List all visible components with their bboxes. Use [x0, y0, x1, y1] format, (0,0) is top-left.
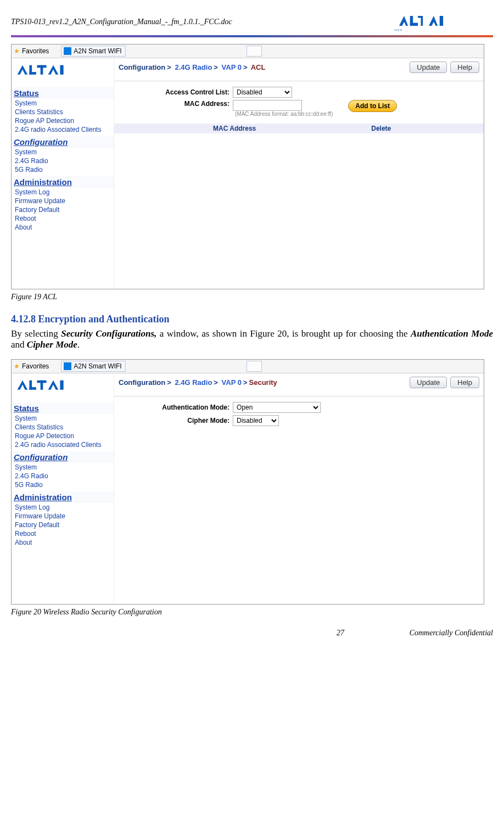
svg-rect-2 [410, 23, 418, 26]
sidebar-item-factory-default[interactable]: Factory Default [12, 521, 114, 529]
doc-title: TPS10-013_rev1.2_A2N_Configuration_Manua… [11, 18, 232, 26]
favorites-label: Favorites [22, 47, 49, 55]
sidebar-logo-icon [12, 58, 114, 85]
browser-favorites-bar: ★ Favorites A2N Smart WIFI [12, 44, 484, 58]
sidebar-item-system-log[interactable]: System Log [12, 188, 114, 197]
tab-empty-icon[interactable] [247, 46, 262, 57]
acl-label: Access Control List: [114, 88, 233, 96]
crumb-vap0[interactable]: VAP 0 [222, 378, 242, 387]
section-body: By selecting Security Configurations, a … [11, 328, 493, 350]
browser-favorites-bar: ★ Favorites A2N Smart WIFI [12, 360, 484, 373]
sidebar-item-config-system[interactable]: System [12, 148, 114, 156]
tab-empty-icon[interactable] [247, 361, 262, 372]
svg-marker-14 [18, 381, 28, 390]
svg-rect-9 [29, 72, 36, 75]
svg-rect-5 [440, 16, 443, 26]
sidebar-item-about[interactable]: About [12, 538, 114, 547]
sidebar-item-system[interactable]: System [12, 99, 114, 108]
star-icon: ★ [14, 47, 20, 55]
sidebar-item-reboot[interactable]: Reboot [12, 529, 114, 538]
crumb-configuration[interactable]: Configuration [119, 378, 165, 387]
mac-address-input[interactable] [233, 100, 302, 111]
sidebar-item-5g-radio[interactable]: 5G Radio [12, 480, 114, 489]
svg-rect-20 [60, 381, 63, 390]
svg-marker-12 [48, 65, 59, 75]
svg-marker-3 [418, 16, 428, 26]
sidebar-heading-administration: Administration [12, 491, 114, 503]
svg-marker-0 [399, 16, 408, 26]
sidebar-item-rogue-ap[interactable]: Rogue AP Detection [12, 116, 114, 125]
auth-mode-select[interactable]: Open [233, 402, 321, 413]
svg-rect-16 [29, 387, 36, 390]
sidebar-item-config-system[interactable]: System [12, 463, 114, 472]
help-button[interactable]: Help [450, 377, 479, 388]
star-icon: ★ [14, 362, 20, 370]
crumb-security: Security [249, 378, 277, 387]
sidebar-item-factory-default[interactable]: Factory Default [12, 205, 114, 214]
tab-app-icon [64, 47, 71, 55]
sidebar-heading-administration: Administration [12, 176, 114, 188]
page-header: TPS10-013_rev1.2_A2N_Configuration_Manua… [11, 11, 493, 37]
browser-tab[interactable]: A2N Smart WIFI [61, 361, 125, 372]
sidebar-item-24g-clients[interactable]: 2.4G radio Associated Clients [12, 125, 114, 134]
svg-marker-19 [48, 381, 59, 390]
confidentiality-label: Commercially Confidential [410, 629, 493, 637]
section-heading: 4.12.8 Encryption and Authentication [11, 314, 493, 325]
svg-rect-13 [60, 65, 63, 75]
sidebar: Status System Clients Statistics Rogue A… [12, 58, 114, 289]
tab-title: A2N Smart WIFI [74, 362, 121, 370]
mac-label: MAC Address: [114, 100, 233, 108]
sidebar-heading-status: Status [12, 402, 114, 414]
sidebar-item-clients-statistics[interactable]: Clients Statistics [12, 108, 114, 116]
figure-19-screenshot: ★ Favorites A2N Smart WIFI Status System [11, 44, 484, 289]
sidebar-item-firmware-update[interactable]: Firmware Update [12, 512, 114, 521]
svg-text:ALTAI: ALTAI [394, 29, 402, 31]
sidebar-item-system[interactable]: System [12, 414, 114, 423]
svg-rect-11 [41, 65, 43, 75]
svg-marker-4 [429, 16, 438, 26]
mac-table-header: MAC Address Delete [114, 124, 484, 133]
sidebar-item-rogue-ap[interactable]: Rogue AP Detection [12, 432, 114, 440]
crumb-configuration[interactable]: Configuration [119, 63, 165, 71]
col-mac-address: MAC Address [213, 125, 256, 132]
update-button[interactable]: Update [410, 377, 447, 388]
tab-app-icon [64, 362, 71, 370]
sidebar-item-24g-clients[interactable]: 2.4G radio Associated Clients [12, 440, 114, 449]
crumb-24g-radio[interactable]: 2.4G Radio [175, 63, 212, 71]
favorites-label: Favorites [22, 362, 49, 370]
cipher-mode-label: Cipher Mode: [114, 417, 233, 424]
svg-rect-18 [41, 381, 43, 390]
sidebar-heading-status: Status [12, 87, 114, 99]
crumb-24g-radio[interactable]: 2.4G Radio [175, 378, 212, 387]
figure-20-caption: Figure 20 Wireless Radio Security Config… [11, 608, 493, 617]
figure-19-caption: Figure 19 ACL [11, 293, 493, 301]
breadcrumb: Configuration> 2.4G Radio> VAP 0>Securit… [119, 378, 277, 387]
crumb-vap0[interactable]: VAP 0 [222, 63, 242, 71]
col-delete: Delete [371, 125, 391, 132]
altai-logo-icon: ALTAI [394, 11, 493, 33]
help-button[interactable]: Help [450, 61, 479, 73]
update-button[interactable]: Update [410, 61, 447, 73]
sidebar-item-clients-statistics[interactable]: Clients Statistics [12, 423, 114, 432]
auth-mode-label: Authentication Mode: [114, 404, 233, 411]
crumb-acl: ACL [251, 63, 266, 71]
mac-hint: (MAC Address format: aa:bb:cc:dd:ee:ff) [235, 111, 333, 117]
sidebar-item-24g-radio[interactable]: 2.4G Radio [12, 472, 114, 480]
sidebar-item-firmware-update[interactable]: Firmware Update [12, 197, 114, 205]
sidebar-item-24g-radio[interactable]: 2.4G Radio [12, 156, 114, 165]
sidebar-item-5g-radio[interactable]: 5G Radio [12, 165, 114, 174]
sidebar-heading-configuration: Configuration [12, 136, 114, 148]
browser-tab[interactable]: A2N Smart WIFI [61, 46, 125, 57]
sidebar-logo-icon [12, 373, 114, 400]
acl-select[interactable]: Disabled [233, 87, 292, 98]
tab-title: A2N Smart WIFI [74, 47, 121, 55]
add-to-list-button[interactable]: Add to List [348, 100, 397, 112]
sidebar-item-reboot[interactable]: Reboot [12, 214, 114, 223]
cipher-mode-select[interactable]: Disabled [233, 415, 279, 426]
svg-marker-7 [18, 65, 28, 75]
sidebar-item-about[interactable]: About [12, 223, 114, 232]
breadcrumb: Configuration> 2.4G Radio> VAP 0> ACL [119, 63, 265, 71]
figure-20-screenshot: ★ Favorites A2N Smart WIFI Status System [11, 359, 484, 605]
sidebar-item-system-log[interactable]: System Log [12, 503, 114, 512]
sidebar: Status System Clients Statistics Rogue A… [12, 373, 114, 604]
